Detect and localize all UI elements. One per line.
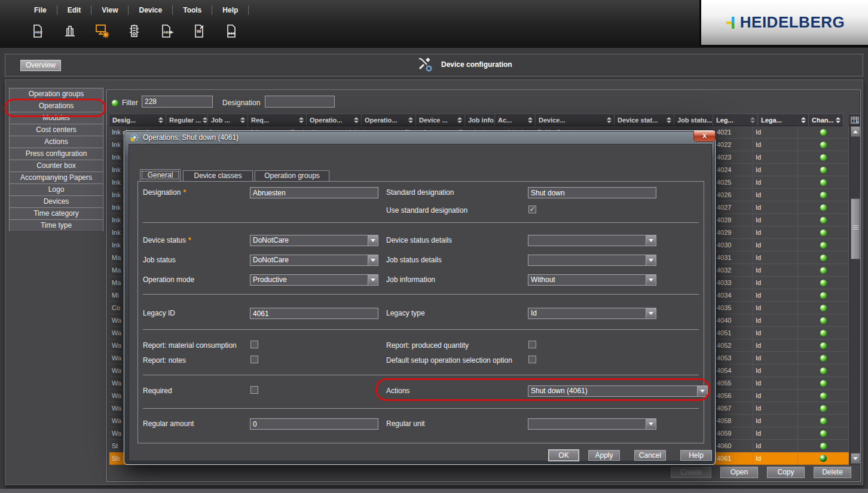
- cancel-button[interactable]: Cancel: [634, 450, 666, 461]
- open-button[interactable]: Open: [720, 467, 758, 478]
- sort-arrows-icon[interactable]: [354, 117, 359, 123]
- sort-arrows-icon[interactable]: [607, 117, 612, 123]
- dialog-titlebar[interactable]: Operations: Shut down (4061) x: [124, 131, 715, 144]
- column-chooser-button[interactable]: [849, 114, 860, 126]
- copy-button[interactable]: Copy: [767, 467, 805, 478]
- document-abc-icon[interactable]: ABC: [27, 22, 48, 41]
- sort-arrows-icon[interactable]: [750, 117, 755, 123]
- designation-input[interactable]: [250, 187, 378, 198]
- actions-select[interactable]: Shut down (4061): [528, 385, 708, 397]
- chevron-down-icon[interactable]: [368, 255, 378, 265]
- sort-arrows-icon[interactable]: [836, 117, 841, 123]
- designation-filter-input[interactable]: [265, 96, 335, 108]
- sort-arrows-icon[interactable]: [667, 117, 671, 123]
- sidebar-item[interactable]: Cost centers: [9, 124, 103, 136]
- report-produced-quantity-checkbox[interactable]: [528, 341, 536, 348]
- report-material-consumption-checkbox[interactable]: [250, 341, 258, 348]
- legacy-type-select[interactable]: Id: [528, 308, 656, 319]
- sort-arrows-icon[interactable]: [240, 117, 245, 123]
- filter-input[interactable]: [142, 96, 213, 108]
- chevron-down-icon[interactable]: [646, 235, 656, 246]
- column-header[interactable]: Job statu...: [674, 114, 713, 126]
- column-header[interactable]: Ac...: [495, 114, 536, 126]
- job-status-select[interactable]: DoNotCare: [250, 255, 378, 266]
- menu-item[interactable]: View: [91, 5, 129, 15]
- column-header[interactable]: Chan...: [809, 114, 843, 126]
- sidebar-item[interactable]: Press configuration: [9, 148, 103, 160]
- tab-general[interactable]: General: [140, 169, 181, 181]
- sidebar-item[interactable]: Time category: [9, 207, 103, 220]
- chevron-down-icon[interactable]: [697, 386, 707, 396]
- chevron-down-icon[interactable]: [646, 419, 656, 429]
- column-header[interactable]: Regular ...: [166, 114, 208, 126]
- required-checkbox[interactable]: [250, 386, 258, 394]
- chevron-down-icon[interactable]: [646, 308, 656, 319]
- sort-arrows-icon[interactable]: [158, 117, 163, 123]
- chevron-down-icon[interactable]: [368, 275, 378, 285]
- report-notes-checkbox[interactable]: [250, 356, 258, 363]
- scroll-down-button[interactable]: [851, 453, 860, 464]
- ok-button[interactable]: OK: [549, 450, 579, 461]
- column-header[interactable]: Lega...: [758, 114, 809, 126]
- column-header[interactable]: Operatio...: [307, 114, 362, 126]
- sidebar-item[interactable]: Operations: [9, 100, 103, 112]
- operation-mode-select[interactable]: Productive: [250, 274, 378, 286]
- press-device-icon[interactable]: [124, 22, 145, 41]
- sidebar-item[interactable]: Modules: [9, 112, 103, 124]
- sort-arrows-icon[interactable]: [801, 117, 806, 123]
- column-header[interactable]: Operatio...: [362, 114, 416, 126]
- chevron-down-icon[interactable]: [646, 275, 656, 285]
- tab-operation-groups[interactable]: Operation groups: [255, 170, 329, 181]
- overview-tab[interactable]: Overview: [20, 60, 61, 71]
- column-header[interactable]: Desig...: [109, 114, 166, 126]
- sort-arrows-icon[interactable]: [457, 117, 462, 123]
- create-button[interactable]: Create: [671, 467, 711, 478]
- menu-item[interactable]: Help: [212, 5, 249, 15]
- use-standard-designation-checkbox[interactable]: [528, 206, 536, 213]
- device-status-select[interactable]: DoNotCare: [250, 235, 378, 246]
- print-columns-icon[interactable]: [60, 22, 80, 41]
- sidebar-item[interactable]: Actions: [9, 136, 103, 148]
- scrollbar-thumb[interactable]: [851, 198, 860, 259]
- sort-arrows-icon[interactable]: [408, 117, 413, 123]
- job-status-details-select[interactable]: [528, 255, 656, 266]
- device-status-details-select[interactable]: [528, 235, 656, 246]
- sidebar-item[interactable]: Accompanying Papers: [9, 172, 103, 184]
- sort-arrows-icon[interactable]: [203, 117, 207, 123]
- sort-arrows-icon[interactable]: [299, 117, 304, 123]
- import-abc-icon[interactable]: ABC: [157, 22, 177, 41]
- menu-item[interactable]: File: [24, 5, 57, 15]
- help-button[interactable]: Help: [680, 450, 712, 461]
- column-header[interactable]: Device...: [536, 114, 615, 126]
- delete-button[interactable]: Delete: [814, 467, 851, 478]
- column-header[interactable]: Device stat...: [615, 114, 674, 126]
- standard-designation-input[interactable]: [528, 187, 656, 198]
- chevron-down-icon[interactable]: [368, 235, 378, 246]
- sidebar-item[interactable]: Operation groups: [9, 88, 103, 100]
- menu-item[interactable]: Tools: [173, 5, 212, 15]
- column-header[interactable]: Req...: [248, 114, 307, 126]
- chevron-down-icon[interactable]: [646, 255, 656, 265]
- vertical-scrollbar[interactable]: [849, 126, 860, 465]
- column-header[interactable]: Job ...: [208, 114, 248, 126]
- job-information-select[interactable]: Without: [528, 274, 656, 286]
- document-link-icon[interactable]: [221, 22, 242, 41]
- regular-unit-select[interactable]: [528, 418, 656, 430]
- scroll-up-button[interactable]: [851, 126, 860, 137]
- default-setup-option-checkbox[interactable]: [528, 356, 536, 363]
- legacy-id-input[interactable]: [250, 308, 378, 319]
- column-header[interactable]: Leg...: [713, 114, 758, 126]
- sidebar-item[interactable]: Time type: [9, 219, 103, 232]
- sidebar-item[interactable]: Logo: [9, 183, 103, 196]
- report-edit-icon[interactable]: W: [189, 22, 209, 41]
- sidebar-item[interactable]: Counter box: [9, 160, 103, 172]
- regular-amount-input[interactable]: [250, 418, 378, 430]
- menu-item[interactable]: Device: [129, 5, 173, 15]
- device-configuration-icon[interactable]: [92, 22, 112, 41]
- column-header[interactable]: Job info...: [465, 114, 495, 126]
- sort-arrows-icon[interactable]: [528, 117, 533, 123]
- column-header[interactable]: Device ...: [416, 114, 465, 126]
- apply-button[interactable]: Apply: [588, 450, 620, 461]
- tab-device-classes[interactable]: Device classes: [183, 170, 253, 181]
- menu-item[interactable]: Edit: [57, 5, 92, 15]
